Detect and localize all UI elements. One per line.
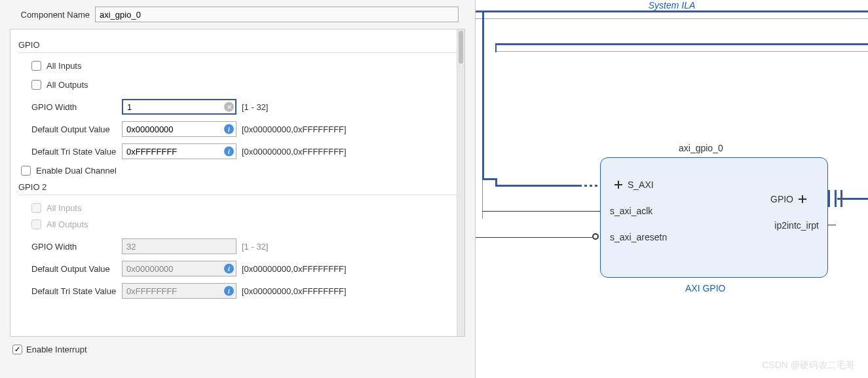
default-output-range: [0x00000000,0xFFFFFFFF] — [242, 124, 347, 134]
info-icon: i — [224, 264, 234, 274]
gpio2-width-range: [1 - 32] — [242, 242, 268, 252]
gpio2-section-title: GPIO 2 — [18, 182, 457, 192]
enable-dual-channel-label: Enable Dual Channel — [36, 166, 117, 176]
net-line — [495, 51, 868, 52]
divider — [18, 52, 457, 53]
port-irpt[interactable]: ip2intc_irpt — [774, 220, 819, 231]
gpio2-default-tri-input — [122, 283, 236, 299]
info-icon[interactable]: i — [224, 147, 234, 157]
all-outputs-label: All Outputs — [47, 80, 88, 90]
clear-icon[interactable]: ✕ — [224, 102, 234, 112]
axi-gpio-block[interactable] — [600, 157, 828, 278]
expand-port-icon[interactable] — [797, 194, 808, 204]
all-inputs-checkbox[interactable] — [31, 61, 41, 71]
net-line — [482, 180, 483, 219]
enable-interrupt-label: Enable Interrupt — [26, 345, 87, 354]
component-name-label: Component Name — [10, 10, 95, 20]
gpio2-default-output-label: Default Output Value — [31, 264, 117, 274]
port-label: GPIO — [770, 194, 793, 204]
gpio-width-input[interactable] — [122, 99, 236, 115]
scrollbar[interactable] — [457, 29, 464, 336]
net-line — [495, 178, 497, 185]
enable-dual-channel-checkbox[interactable] — [21, 166, 31, 176]
port-gpio[interactable]: GPIO — [770, 194, 808, 204]
port-label: s_axi_aresetn — [610, 232, 667, 242]
all-inputs-label: All Inputs — [47, 61, 81, 71]
component-name-input[interactable] — [95, 7, 459, 22]
net-line-dashed — [579, 185, 597, 187]
inverter-port-icon — [592, 233, 599, 240]
default-tri-range: [0x00000000,0xFFFFFFFF] — [242, 147, 347, 157]
gpio2-default-output-range: [0x00000000,0xFFFFFFFF] — [242, 264, 347, 274]
port-s-axi[interactable]: S_AXI — [613, 180, 654, 190]
info-icon[interactable]: i — [224, 124, 234, 134]
expand-port-icon[interactable] — [613, 180, 624, 190]
block-instance-name: axi_gpio_0 — [679, 143, 723, 153]
net-line — [482, 10, 484, 180]
net-line — [482, 178, 495, 180]
net-line — [495, 43, 497, 52]
port-aresetn[interactable]: s_axi_aresetn — [610, 232, 667, 242]
gpio-width-label: GPIO Width — [31, 102, 117, 112]
info-icon: i — [224, 286, 234, 296]
port-label: s_axi_aclk — [610, 206, 652, 216]
gpio-section-title: GPIO — [18, 40, 457, 50]
gpio2-all-inputs-checkbox — [31, 203, 41, 213]
port-label: ip2intc_irpt — [774, 220, 819, 231]
gpio2-all-inputs-label: All Inputs — [47, 203, 81, 213]
net-line — [476, 18, 868, 19]
net-line — [837, 198, 868, 200]
gpio2-all-outputs-label: All Outputs — [47, 219, 88, 229]
gpio2-default-tri-range: [0x00000000,0xFFFFFFFF] — [242, 286, 347, 296]
all-outputs-checkbox[interactable] — [31, 80, 41, 90]
default-output-label: Default Output Value — [31, 124, 117, 134]
watermark: CSDN @硬码农二毛哥 — [762, 360, 855, 371]
block-diagram[interactable]: System ILA axi_gpio_0 AXI GPIO S_AXI s_a… — [475, 0, 868, 378]
default-tri-label: Default Tri State Value — [31, 147, 117, 157]
gpio-width-range: [1 - 32] — [242, 102, 268, 112]
net-line — [495, 43, 868, 45]
scroll-thumb[interactable] — [459, 31, 463, 64]
gpio2-all-outputs-checkbox — [31, 219, 41, 229]
net-line — [828, 225, 836, 225]
divider — [18, 195, 457, 195]
port-aclk[interactable]: s_axi_aclk — [610, 206, 652, 216]
net-line — [476, 10, 868, 12]
gpio2-default-tri-label: Default Tri State Value — [31, 286, 117, 296]
port-label: S_AXI — [628, 180, 654, 190]
gpio2-width-label: GPIO Width — [31, 242, 117, 252]
net-line — [482, 211, 600, 212]
gpio2-width-input — [122, 238, 236, 254]
enable-interrupt-checkbox[interactable] — [12, 345, 22, 354]
system-ila-label: System ILA — [649, 0, 696, 10]
gpio2-default-output-input — [122, 261, 236, 276]
default-output-input[interactable] — [122, 121, 236, 137]
net-line — [495, 185, 579, 187]
block-type-label: AXI GPIO — [685, 283, 725, 293]
default-tri-input[interactable] — [122, 143, 236, 159]
net-line — [476, 237, 592, 238]
